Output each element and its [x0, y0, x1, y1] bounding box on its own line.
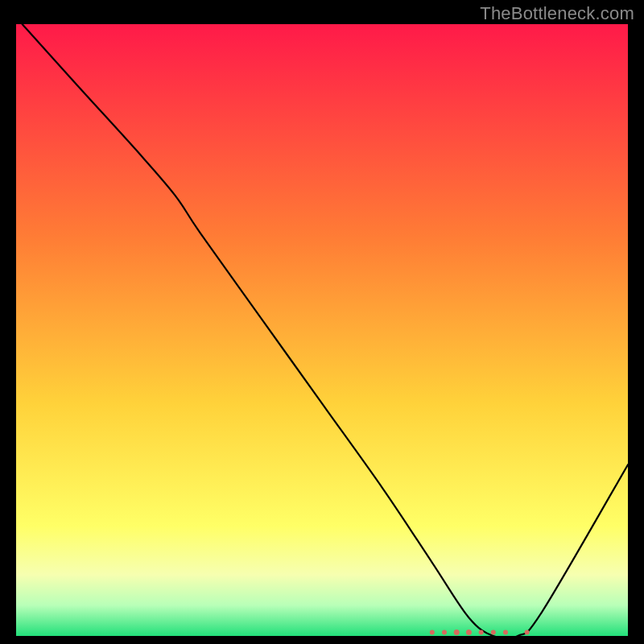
marker-dot: [479, 630, 484, 634]
marker-dot: [430, 630, 435, 634]
marker-dot: [466, 630, 472, 635]
watermark-text: TheBottleneck.com: [480, 3, 634, 24]
marker-dot: [525, 630, 530, 634]
marker-dot: [442, 630, 447, 634]
gradient-background: [16, 24, 628, 636]
plot-area: [16, 24, 628, 636]
marker-dot: [503, 630, 508, 634]
chart-frame: TheBottleneck.com: [0, 0, 644, 644]
marker-dot: [491, 630, 496, 634]
marker-dot: [454, 630, 460, 635]
chart-svg: [16, 24, 628, 636]
